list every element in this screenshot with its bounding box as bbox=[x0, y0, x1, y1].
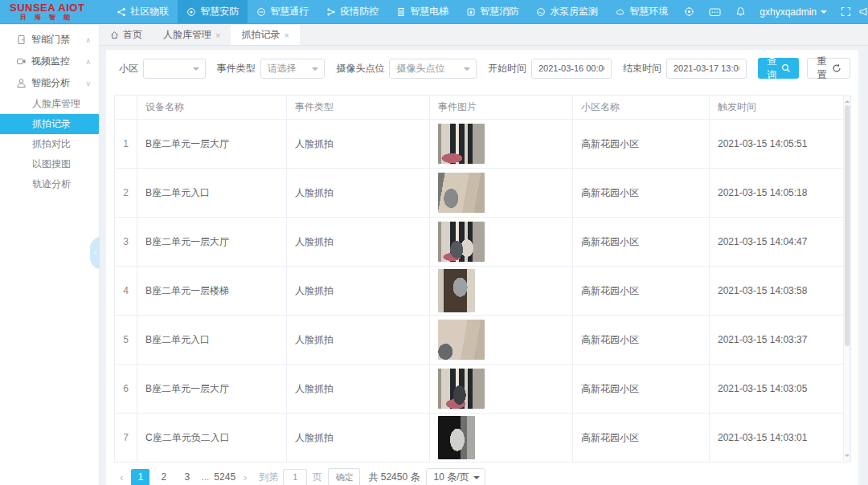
sidebar-item-video-monitor[interactable]: 视频监控 ∧ bbox=[0, 51, 99, 72]
pagination: ‹ 1 2 3 ... 5245 › 到第 页 确定 共 52450 条 10 … bbox=[114, 464, 850, 485]
community-select[interactable] bbox=[143, 59, 206, 79]
chevron-down-icon: ∨ bbox=[85, 79, 91, 88]
sidebar-subitem-capture-compare[interactable]: 抓拍对比 bbox=[0, 134, 99, 154]
row-index: 1 bbox=[115, 120, 137, 169]
row-index: 4 bbox=[115, 267, 137, 316]
scroll-down-icon[interactable] bbox=[845, 454, 850, 459]
nav-item-epidemic[interactable]: 疫情防控 bbox=[317, 0, 387, 24]
scroll-up-icon[interactable] bbox=[845, 98, 850, 103]
page-button-2[interactable]: 2 bbox=[154, 469, 173, 485]
page-button-last[interactable]: 5245 bbox=[214, 469, 235, 485]
end-time-input[interactable] bbox=[666, 59, 747, 79]
environment-icon bbox=[616, 7, 625, 17]
row-index: 7 bbox=[115, 414, 137, 463]
search-button-label: 查询 bbox=[766, 55, 778, 82]
sidebar-subitem-image-search[interactable]: 以图搜图 bbox=[0, 154, 99, 174]
search-icon bbox=[781, 63, 791, 73]
total-count: 共 52450 条 bbox=[368, 471, 420, 484]
device-column-header: 设备名称 bbox=[137, 96, 287, 120]
close-icon[interactable]: × bbox=[215, 31, 220, 40]
event-photo[interactable] bbox=[438, 369, 485, 409]
page-button-3[interactable]: 3 bbox=[178, 469, 196, 485]
goto-page-input[interactable] bbox=[283, 469, 307, 485]
nav-item-access[interactable]: 智慧通行 bbox=[248, 0, 317, 24]
fullscreen-button[interactable] bbox=[833, 0, 858, 24]
nav-item-label: 水泵房监测 bbox=[550, 5, 598, 18]
event-photo[interactable] bbox=[438, 269, 475, 312]
sidebar-subitem-trajectory[interactable]: 轨迹分析 bbox=[0, 174, 99, 194]
start-time-input[interactable] bbox=[531, 59, 612, 79]
page-size-select[interactable]: 10 条/页 bbox=[426, 468, 485, 485]
chevron-down-icon bbox=[464, 67, 470, 74]
sidebar-subitem-capture-records[interactable]: 抓拍记录 bbox=[0, 114, 99, 134]
community-name: 高新花园小区 bbox=[573, 120, 710, 169]
event-type: 人脸抓拍 bbox=[287, 120, 430, 169]
sidebar-subitem-face-library[interactable]: 人脸库管理 bbox=[0, 94, 99, 114]
event-photo[interactable] bbox=[438, 416, 475, 459]
event-type-select[interactable]: 请选择 bbox=[260, 59, 326, 79]
camera-select[interactable]: 摄像头点位 bbox=[389, 59, 476, 79]
page-button-1[interactable]: 1 bbox=[131, 469, 149, 485]
pump-icon bbox=[536, 7, 546, 17]
event-type: 人脸抓拍 bbox=[287, 414, 430, 463]
trigger-time: 2021-03-15 14:03:37 bbox=[710, 316, 851, 365]
sidebar-item-door-access[interactable]: 智能门禁 ∧ bbox=[0, 29, 99, 51]
tab-face-library[interactable]: 人脸库管理 × bbox=[153, 25, 231, 45]
trigger-time: 2021-03-15 14:05:51 bbox=[710, 120, 851, 169]
next-page-icon[interactable]: › bbox=[238, 471, 252, 483]
filter-bar: 小区 事件类型 请选择 摄像头点位 摄像头点位 开始时间 结束时间 bbox=[114, 50, 850, 85]
nav-item-community-iot[interactable]: 社区物联 bbox=[108, 0, 178, 24]
event-photo[interactable] bbox=[438, 173, 485, 213]
brand-name: SUNSEA AIOT bbox=[10, 2, 100, 13]
prev-page-icon[interactable]: ‹ bbox=[114, 471, 129, 483]
event-type: 人脸抓拍 bbox=[287, 218, 430, 267]
device-name: C座二单元负二入口 bbox=[137, 414, 287, 463]
goto-confirm-button[interactable]: 确定 bbox=[328, 468, 360, 485]
chevron-down-icon bbox=[312, 67, 318, 74]
nav-item-label: 智慧电梯 bbox=[410, 5, 448, 18]
nav-item-elevator[interactable]: 智慧电梯 bbox=[387, 0, 457, 24]
reset-button[interactable]: 重置 bbox=[807, 58, 850, 79]
end-time-label: 结束时间 bbox=[623, 62, 661, 75]
community-filter-label: 小区 bbox=[119, 62, 138, 75]
page-ellipsis: ... bbox=[201, 471, 209, 483]
message-card-button[interactable] bbox=[702, 0, 728, 24]
nav-item-label: 智慧环境 bbox=[629, 5, 668, 18]
event-photo[interactable] bbox=[438, 320, 485, 360]
nav-item-environment[interactable]: 智慧环境 bbox=[607, 0, 677, 24]
trigger-time: 2021-03-15 14:03:58 bbox=[710, 267, 851, 316]
tab-home[interactable]: 首页 bbox=[100, 25, 153, 45]
table-row: 3 B座二单元一层大厅 人脸抓拍 高新花园小区 2021-03-15 14:04… bbox=[115, 218, 851, 267]
sidebar-item-label: 视频监控 bbox=[31, 55, 70, 68]
announcement-button[interactable] bbox=[858, 0, 868, 24]
home-icon bbox=[110, 31, 119, 39]
access-icon bbox=[256, 7, 266, 17]
close-icon[interactable]: × bbox=[284, 31, 289, 40]
nav-item-security[interactable]: 智慧安防 bbox=[178, 0, 248, 24]
event-column-header: 事件类型 bbox=[287, 96, 430, 120]
tab-capture-records[interactable]: 抓拍记录 × bbox=[231, 25, 299, 45]
tab-label: 首页 bbox=[123, 28, 142, 42]
table-scrollbar[interactable] bbox=[843, 95, 850, 463]
fullscreen-icon bbox=[841, 6, 851, 17]
event-photo[interactable] bbox=[438, 222, 485, 262]
nav-item-pump[interactable]: 水泵房监测 bbox=[527, 0, 607, 24]
main-content: 小区 事件类型 请选择 摄像头点位 摄像头点位 开始时间 结束时间 bbox=[100, 46, 868, 485]
community-name: 高新花园小区 bbox=[573, 365, 710, 414]
trigger-time: 2021-03-15 14:03:05 bbox=[710, 365, 851, 414]
sidebar-item-analysis[interactable]: 智能分析 ∨ bbox=[0, 72, 99, 94]
table-row: 1 B座二单元一层大厅 人脸抓拍 高新花园小区 2021-03-15 14:05… bbox=[115, 120, 851, 169]
event-photo[interactable] bbox=[438, 124, 485, 164]
notifications-button[interactable] bbox=[728, 0, 753, 24]
device-name: B座二单元入口 bbox=[137, 316, 287, 365]
nav-item-label: 智慧消防 bbox=[480, 5, 518, 18]
user-menu[interactable]: gxhyxqadmin bbox=[753, 6, 833, 18]
scrollbar-thumb[interactable] bbox=[845, 105, 850, 346]
settings-button[interactable] bbox=[677, 0, 702, 24]
app-window: SUNSEA AIOT 日 海 智 能 社区物联 智慧安防 智慧通行 疫情防控 bbox=[0, 0, 868, 485]
door-access-icon bbox=[16, 35, 27, 45]
search-button[interactable]: 查询 bbox=[758, 58, 800, 79]
trigger-time: 2021-03-15 14:05:18 bbox=[710, 169, 851, 218]
table-row: 6 B座二单元一层大厅 人脸抓拍 高新花园小区 2021-03-15 14:03… bbox=[115, 365, 851, 414]
nav-item-fire[interactable]: 智慧消防 bbox=[457, 0, 527, 24]
